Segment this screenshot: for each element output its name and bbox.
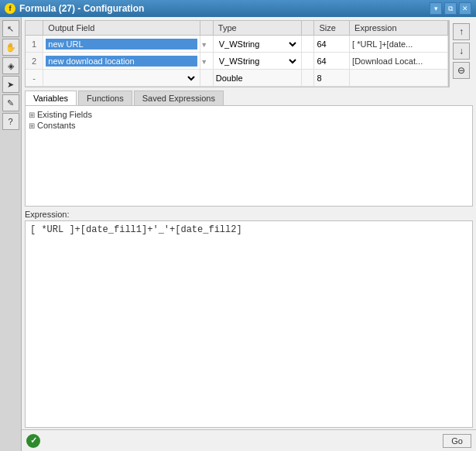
title-bar: f Formula (27) - Configuration ▾ ⧉ ✕ <box>0 0 476 17</box>
tab-bar: Variables Functions Saved Expressions <box>25 91 473 106</box>
formula-section: Output Field Type Size Expression 1 <box>25 20 473 87</box>
formula-table-wrapper: Output Field Type Size Expression 1 <box>25 20 449 87</box>
main-container: ↖ ✋ ◈ ➤ ✎ ? Output Field Type Si <box>0 17 476 451</box>
move-down-button[interactable]: ↓ <box>453 43 470 60</box>
expand-icon-constants[interactable]: ⊞ <box>29 121 35 130</box>
tabs-section: Variables Functions Saved Expressions ⊞ … <box>25 91 473 207</box>
expression-box[interactable]: [ *URL ]+[date_fill1]+'_'+[date_fill2] <box>25 220 473 428</box>
formula-icon: f <box>5 3 15 14</box>
col-type: Type <box>213 21 301 36</box>
field-select-empty[interactable] <box>46 73 197 84</box>
type-cell-empty: Double <box>213 70 301 87</box>
hand-tool-button[interactable]: ✋ <box>2 39 19 56</box>
col-expression: Expression <box>350 21 448 36</box>
tab-functions[interactable]: Functions <box>78 91 132 105</box>
type-select-1[interactable]: V_WString <box>216 39 299 50</box>
field-dropdown-2[interactable]: ▼ <box>200 53 213 70</box>
select-tool-button[interactable]: ◈ <box>2 57 19 74</box>
size-cell-1: 64 <box>314 36 350 53</box>
right-buttons: ↑ ↓ ⊖ <box>449 20 473 87</box>
table-row: 1 ▼ V_WString 64 <box>26 36 448 53</box>
type-select-2[interactable]: V_WString <box>216 56 299 67</box>
expression-section: Expression: [ *URL ]+[date_fill1]+'_'+[d… <box>25 210 473 428</box>
table-row: 2 ▼ V_WString 64 <box>26 53 448 70</box>
type-cell-2[interactable]: V_WString <box>213 53 301 70</box>
field-cell-empty[interactable] <box>43 70 200 87</box>
arrow-tool-button[interactable]: ➤ <box>2 76 19 93</box>
tree-item-constants[interactable]: ⊞ Constants <box>29 120 469 131</box>
size-cell-empty: 8 <box>314 70 350 87</box>
row-num-1: 1 <box>26 36 43 53</box>
expression-label: Expression: <box>25 210 473 219</box>
type-empty: Double <box>216 73 243 83</box>
field-cell-1[interactable] <box>43 36 200 53</box>
field-dropdown-empty[interactable] <box>200 70 213 87</box>
expr-cell-1: [ *URL ]+[date... <box>350 36 448 53</box>
left-toolbar: ↖ ✋ ◈ ➤ ✎ ? <box>0 17 22 451</box>
remove-button[interactable]: ⊖ <box>453 62 470 79</box>
col-type-dropdown <box>301 21 313 36</box>
status-icon: ✓ <box>26 434 40 448</box>
bottom-bar: ✓ Go <box>22 429 476 451</box>
col-num <box>26 21 43 36</box>
help-tool-button[interactable]: ? <box>2 113 19 130</box>
tree-label-constants: Constants <box>37 121 76 130</box>
type-dropdown-2[interactable] <box>301 53 313 70</box>
tree-item-existing-fields[interactable]: ⊞ Existing Fields <box>29 109 469 120</box>
field-input-1[interactable] <box>46 39 197 50</box>
content-area: Output Field Type Size Expression 1 <box>22 17 476 451</box>
title-bar-left: f Formula (27) - Configuration <box>5 3 144 14</box>
tab-saved-expressions[interactable]: Saved Expressions <box>134 91 224 105</box>
expand-icon-existing-fields[interactable]: ⊞ <box>29 111 35 119</box>
move-up-button[interactable]: ↑ <box>453 23 470 40</box>
cursor-tool-button[interactable]: ↖ <box>2 20 19 37</box>
size-cell-2: 64 <box>314 53 350 70</box>
type-cell-1[interactable]: V_WString <box>213 36 301 53</box>
pencil-tool-button[interactable]: ✎ <box>2 94 19 111</box>
close-button[interactable]: ✕ <box>459 2 471 15</box>
tree-label-existing-fields: Existing Fields <box>37 110 92 119</box>
tab-variables[interactable]: Variables <box>25 91 77 105</box>
row-num-2: 2 <box>26 53 43 70</box>
table-row-empty: - Double 8 <box>26 70 448 87</box>
title-bar-controls: ▾ ⧉ ✕ <box>430 2 471 15</box>
type-dropdown-1[interactable] <box>301 36 313 53</box>
tab-content: ⊞ Existing Fields ⊞ Constants <box>25 106 473 207</box>
pin-button[interactable]: ▾ <box>430 2 442 15</box>
field-dropdown-1[interactable]: ▼ <box>200 36 213 53</box>
row-num-empty: - <box>26 70 43 87</box>
field-input-2[interactable] <box>46 56 197 67</box>
field-cell-2[interactable] <box>43 53 200 70</box>
type-dropdown-empty <box>301 70 313 87</box>
col-output-field: Output Field <box>43 21 200 36</box>
maximize-button[interactable]: ⧉ <box>444 2 457 15</box>
col-size: Size <box>314 21 350 36</box>
expr-cell-empty <box>350 70 448 87</box>
formula-table: Output Field Type Size Expression 1 <box>26 21 448 87</box>
expr-cell-2: [Download Locat... <box>350 53 448 70</box>
col-dropdown <box>200 21 213 36</box>
go-button[interactable]: Go <box>443 434 471 448</box>
window-title: Formula (27) - Configuration <box>19 3 144 14</box>
